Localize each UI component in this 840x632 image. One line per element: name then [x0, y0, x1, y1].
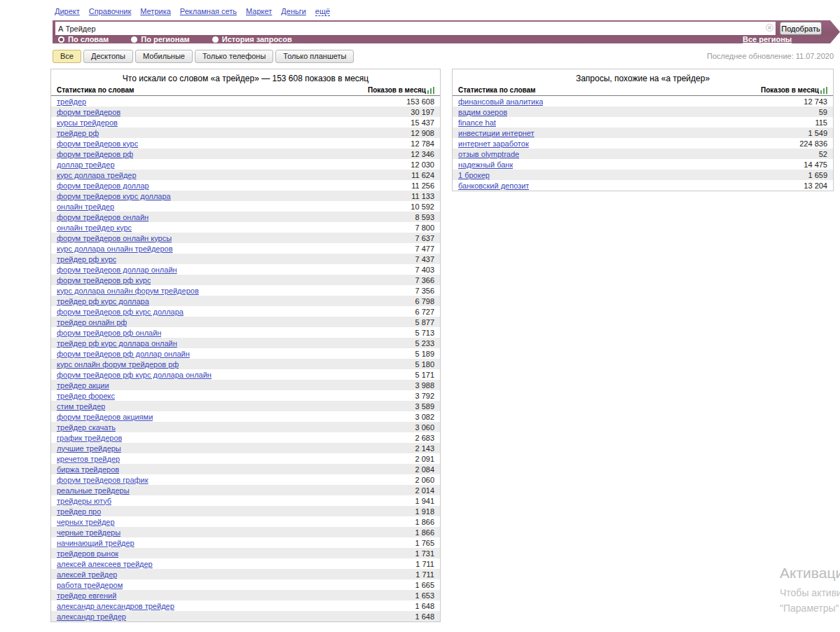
nav-link-direct[interactable]: Директ [55, 7, 80, 15]
radio-selected-icon[interactable] [58, 36, 64, 43]
radio-icon[interactable] [212, 36, 219, 43]
keyword-link[interactable]: трейдер рф курс доллара [57, 297, 149, 305]
keyword-link[interactable]: график трейдеров [57, 434, 122, 442]
keyword-link[interactable]: александр александров трейдер [57, 602, 174, 610]
impressions-value: 1 659 [808, 171, 827, 179]
keyword-link[interactable]: трейдеров рынок [57, 549, 118, 558]
keyword-link[interactable]: черные трейдеры [57, 528, 121, 537]
keyword-link[interactable]: форум трейдеров курс [57, 139, 138, 148]
keyword-link[interactable]: курсы трейдеров [57, 118, 118, 127]
impressions-value: 5 180 [415, 360, 434, 369]
nav-link-spravochnik[interactable]: Справочник [89, 7, 132, 15]
all-regions-link[interactable]: Все регионы [743, 35, 792, 43]
keyword-link[interactable]: александр трейдер [57, 612, 126, 621]
search-input[interactable] [55, 23, 776, 35]
table-row: график трейдеров 2 683 [51, 432, 440, 443]
keyword-link[interactable]: работа трейдером [57, 581, 123, 589]
keyword-link[interactable]: форум трейдеров рф онлайн [57, 329, 161, 337]
keyword-link[interactable]: банковский депозит [458, 181, 529, 190]
keyword-link[interactable]: вадим озеров [458, 108, 507, 116]
impressions-value: 5 233 [415, 339, 434, 348]
keyword-link[interactable]: форум трейдеров рф доллар онлайн [57, 350, 190, 358]
keyword-link[interactable]: форум трейдеров онлайн [57, 213, 149, 221]
keyword-link[interactable]: форум трейдеров онлайн курсы [57, 234, 172, 242]
keyword-link[interactable]: форум трейдеров доллар [57, 181, 149, 190]
keyword-link[interactable]: курс онлайн форум трейдеров рф [57, 360, 179, 369]
tab-desktops[interactable]: Десктопы [83, 50, 133, 63]
keyword-link[interactable]: черных трейдер [57, 518, 115, 526]
table-row: трейдер рф курс доллара онлайн 5 233 [51, 338, 440, 348]
submit-button[interactable]: Подобрать [780, 22, 822, 35]
tab-phones-only[interactable]: Только телефоны [195, 50, 273, 63]
keyword-link[interactable]: доллар трейдер [57, 160, 115, 169]
keyword-link[interactable]: отзыв olymptrade [458, 150, 519, 158]
keyword-link[interactable]: курс доллара трейдер [57, 171, 137, 179]
table-row: трейдер скачать 3 060 [51, 422, 440, 432]
keyword-link[interactable]: трейдеры ютуб [57, 497, 111, 505]
tab-tablets-only[interactable]: Только планшеты [275, 50, 354, 63]
keyword-link[interactable]: кречетов трейдер [57, 455, 120, 463]
keyword-link[interactable]: трейдер акции [57, 381, 109, 390]
keyword-link[interactable]: форум трейдеров курс доллара [57, 192, 171, 200]
keyword-link[interactable]: форум трейдеров рф [57, 150, 133, 158]
keyword-link[interactable]: онлайн трейдер [57, 202, 114, 211]
clear-input-icon[interactable] [766, 24, 773, 32]
bar-chart-icon[interactable] [820, 87, 827, 94]
keyword-link[interactable]: трейдер форекс [57, 392, 115, 400]
nav-link-more[interactable]: ещё [315, 7, 330, 16]
impressions-value: 2 143 [415, 444, 434, 453]
keyword-link[interactable]: лучшие трейдеры [57, 444, 121, 453]
keyword-link[interactable]: трейдер онлайн рф [57, 318, 127, 327]
keyword-link[interactable]: алексей алексеев трейдер [57, 560, 153, 568]
keyword-link[interactable]: биржа трейдеров [57, 465, 119, 474]
nav-link-money[interactable]: Деньги [281, 7, 306, 15]
table-row: форум трейдеров курс 12 784 [51, 138, 440, 149]
keyword-link[interactable]: трейдер [57, 97, 86, 106]
keyword-link[interactable]: трейдер скачать [57, 423, 116, 432]
keyword-link[interactable]: алексей трейдер [57, 570, 117, 579]
keyword-link[interactable]: форум трейдеров [57, 108, 121, 116]
table-row: трейдеры ютуб 1 941 [51, 495, 440, 506]
keyword-link[interactable]: стим трейдер [57, 402, 105, 411]
keyword-link[interactable]: онлайн трейдер курс [57, 224, 132, 232]
table-row: форум трейдеров акциями 3 082 [51, 411, 440, 422]
keyword-link[interactable]: форум трейдеров рф курс доллара онлайн [57, 371, 212, 379]
keyword-link[interactable]: 1 брокер [458, 171, 490, 179]
bar-chart-icon[interactable] [427, 87, 434, 94]
nav-link-market[interactable]: Маркет [246, 7, 272, 15]
table-row: форум трейдеров рф онлайн 5 713 [51, 327, 440, 338]
keyword-link[interactable]: трейдер рф [57, 129, 99, 137]
keyword-link[interactable]: курс доллара онлайн форум трейдеров [57, 287, 199, 295]
impressions-value: 5 877 [415, 318, 434, 327]
keyword-link[interactable]: реальные трейдеры [57, 486, 130, 495]
radio-icon[interactable] [131, 36, 137, 43]
keyword-link[interactable]: форум трейдеров график [57, 476, 149, 484]
table-row: черных трейдер 1 866 [51, 516, 440, 527]
tab-all[interactable]: Все [53, 50, 81, 63]
nav-link-ad-network[interactable]: Рекламная сеть [180, 7, 237, 15]
mode-query-history[interactable]: История запросов [212, 35, 292, 43]
keyword-link[interactable]: курс доллара онлайн трейдеров [57, 245, 173, 253]
mode-label: По регионам [141, 35, 189, 43]
tab-mobile[interactable]: Мобильные [135, 50, 193, 63]
mode-by-regions[interactable]: По регионам [131, 35, 189, 43]
keyword-link[interactable]: трейдер рф курс доллара онлайн [57, 339, 177, 348]
keyword-link[interactable]: finance hat [458, 118, 496, 127]
keyword-link[interactable]: трейдер рф курс [57, 255, 116, 263]
keyword-link[interactable]: форум трейдеров акциями [57, 413, 153, 421]
nav-link-metrika[interactable]: Метрика [140, 7, 171, 15]
keyword-link[interactable]: форум трейдеров рф курс доллара [57, 308, 184, 316]
keyword-link[interactable]: трейдер евгений [57, 591, 116, 600]
table-row: форум трейдеров рф курс доллара 6 727 [51, 306, 440, 317]
similar-table-rows: финансовый аналитика 12 743 вадим озеров… [453, 96, 833, 191]
keyword-link[interactable]: форум трейдеров доллар онлайн [57, 266, 177, 274]
similar-panel-title: Запросы, похожие на «а трейдер» [453, 69, 833, 86]
keyword-link[interactable]: интернет заработок [458, 139, 529, 148]
mode-by-words[interactable]: По словам [58, 35, 109, 43]
keyword-link[interactable]: инвестиции интернет [458, 129, 535, 137]
keyword-link[interactable]: надежный банк [458, 160, 513, 169]
keyword-link[interactable]: форум трейдеров рф курс [57, 276, 151, 284]
keyword-link[interactable]: начинающий трейдер [57, 539, 135, 547]
keyword-link[interactable]: трейдер про [57, 507, 101, 516]
keyword-link[interactable]: финансовый аналитика [458, 97, 543, 106]
